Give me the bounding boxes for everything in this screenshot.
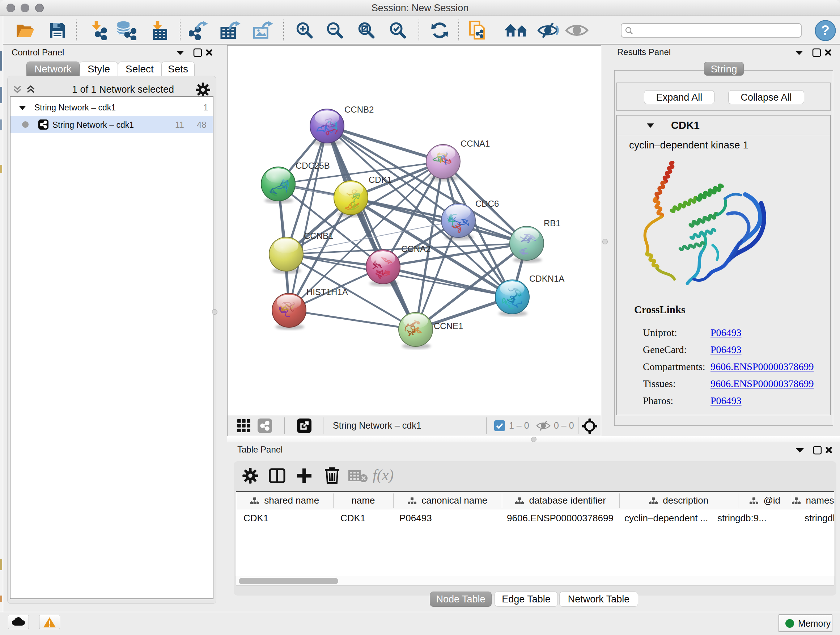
svg-text:CDC6: CDC6 [475,199,499,209]
svg-text:RB1: RB1 [544,218,561,228]
svg-text:CCNA1: CCNA1 [461,139,490,149]
svg-text:CCNB1: CCNB1 [304,231,333,241]
svg-text:CCNA2: CCNA2 [401,244,431,254]
svg-text:?: ? [821,22,830,38]
svg-text:CDKN1A: CDKN1A [529,274,564,283]
svg-text:CDK1: CDK1 [369,175,392,185]
svg-text:CCNB2: CCNB2 [344,105,374,114]
svg-text:CDC25B: CDC25B [295,161,330,171]
svg-text:HIST1H1A: HIST1H1A [306,287,348,297]
svg-text:CCNE1: CCNE1 [434,321,463,331]
